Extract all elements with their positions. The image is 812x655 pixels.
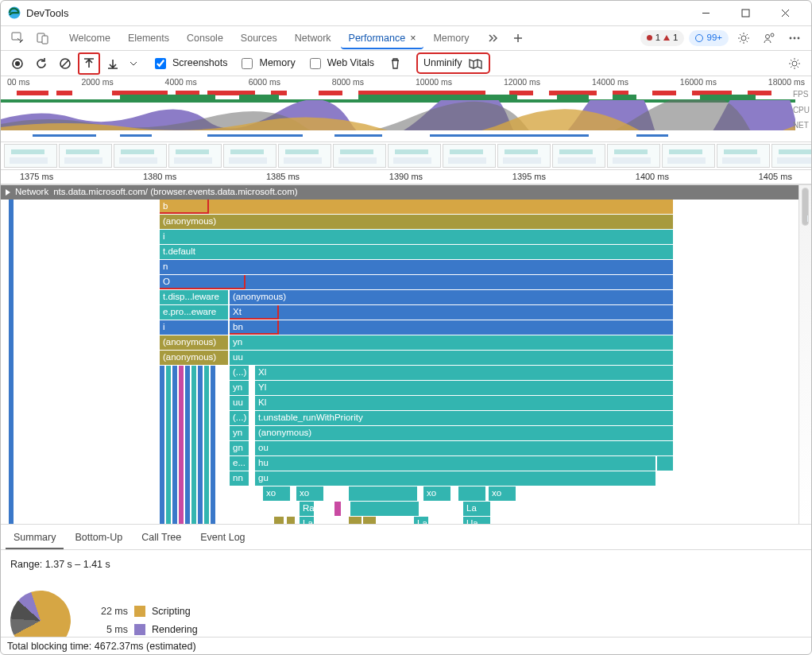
tab-sources[interactable]: Sources [233, 27, 285, 50]
flame-bar[interactable]: La [414, 517, 428, 524]
issues-chip[interactable]: 1 1 [640, 30, 685, 46]
filmstrip-thumbnail[interactable] [333, 144, 386, 168]
flame-bar[interactable]: O [160, 275, 673, 289]
screenshots-checkbox[interactable]: Screenshots [152, 56, 227, 72]
settings-button[interactable] [733, 28, 754, 48]
flame-bar[interactable]: (anonymous) [160, 335, 228, 350]
device-emulation-button[interactable] [33, 28, 53, 48]
flame-bar[interactable] [287, 517, 295, 524]
subtab-summary[interactable]: Summary [6, 526, 64, 549]
save-profile-button[interactable] [102, 53, 123, 74]
flame-bar[interactable]: (...) [230, 366, 249, 380]
flame-bar[interactable]: (anonymous) [160, 215, 673, 229]
filmstrip-thumbnail[interactable] [497, 144, 551, 168]
flame-bar[interactable]: nn [230, 471, 249, 486]
feedback-button[interactable] [759, 28, 779, 48]
flame-bar[interactable]: yn [230, 426, 249, 440]
filmstrip-thumbnail[interactable] [223, 144, 276, 168]
network-lane-header[interactable]: Network nts.data.microsoft.com/ (browser… [1, 185, 798, 200]
add-tab-button[interactable] [508, 28, 528, 48]
filmstrip-thumbnail[interactable] [443, 144, 496, 168]
messages-chip[interactable]: 99+ [689, 30, 729, 46]
flame-bar[interactable]: (anonymous) [160, 351, 228, 365]
flame-bar[interactable] [350, 502, 419, 516]
tab-welcome[interactable]: Welcome [61, 27, 118, 50]
reload-record-button[interactable] [31, 53, 52, 74]
tab-performance[interactable]: Performance× [341, 27, 424, 50]
flame-bar[interactable]: Yl [255, 381, 673, 395]
flame-bar[interactable]: i [160, 230, 673, 244]
flame-bar[interactable]: e... [230, 456, 249, 471]
tab-memory[interactable]: Memory [425, 27, 477, 50]
flame-bar[interactable]: yn [230, 335, 673, 350]
flame-bar[interactable]: gu [255, 471, 655, 486]
inspect-element-button[interactable] [7, 28, 28, 48]
filmstrip-thumbnail[interactable] [717, 144, 770, 168]
tab-network[interactable]: Network [287, 27, 339, 50]
minimize-button[interactable] [689, 2, 722, 24]
flame-bar[interactable]: e.pro...eware [160, 305, 228, 320]
filmstrip-thumbnail[interactable] [607, 144, 660, 168]
filmstrip-thumbnail[interactable] [552, 144, 605, 168]
flame-bar[interactable]: Xt [230, 305, 673, 320]
webvitals-checkbox[interactable]: Web Vitals [307, 56, 374, 72]
filmstrip-thumbnail[interactable] [662, 144, 715, 168]
filmstrip-thumbnail[interactable] [4, 144, 57, 168]
flame-bar[interactable]: hu [255, 456, 655, 471]
filmstrip-thumbnail[interactable] [168, 144, 222, 168]
flame-bar[interactable] [349, 517, 362, 524]
flame-bar[interactable]: ou [255, 441, 673, 455]
flame-bar[interactable]: n [160, 260, 673, 274]
flame-bar[interactable]: t.default [160, 245, 673, 259]
flame-bar[interactable]: bn [230, 320, 673, 335]
flame-bar[interactable]: (anonymous) [255, 426, 673, 440]
tab-elements[interactable]: Elements [120, 27, 177, 50]
flame-bar[interactable] [274, 517, 284, 524]
flame-bar[interactable]: b [160, 200, 673, 214]
subtab-call-tree[interactable]: Call Tree [133, 526, 189, 549]
flame-bar[interactable]: xo [263, 486, 290, 501]
filmstrip-thumbnail[interactable] [114, 144, 167, 168]
overview-pane[interactable]: 00 ms2000 ms4000 ms6000 ms8000 ms10000 m… [1, 76, 811, 185]
flame-bar[interactable] [363, 517, 376, 524]
more-tabs-button[interactable] [482, 28, 503, 48]
more-options-button[interactable] [784, 28, 805, 48]
flame-bar[interactable]: (...) [230, 411, 249, 425]
flame-bar[interactable]: yn [230, 381, 249, 395]
flame-bar[interactable]: Xl [255, 366, 673, 380]
filmstrip-thumbnail[interactable] [771, 144, 811, 168]
unminify-button[interactable]: Unminify [417, 53, 489, 73]
flame-bar[interactable]: Ua [463, 517, 490, 524]
filmstrip-thumbnail[interactable] [59, 144, 112, 168]
maximize-button[interactable] [729, 2, 762, 24]
flame-bar[interactable]: i [160, 320, 228, 335]
flame-bar[interactable]: La [300, 517, 314, 524]
flame-bar[interactable]: xo [489, 486, 516, 501]
close-button[interactable] [768, 2, 802, 24]
flame-bar[interactable]: t.disp...leware [160, 290, 228, 304]
filmstrip[interactable] [1, 141, 811, 170]
flame-bar[interactable]: uu [230, 396, 249, 410]
subtab-bottom-up[interactable]: Bottom-Up [67, 526, 130, 549]
flame-bar[interactable] [334, 502, 341, 516]
garbage-collect-button[interactable] [385, 53, 406, 74]
tab-console[interactable]: Console [179, 27, 231, 50]
flame-bar[interactable] [458, 486, 485, 501]
flame-chart[interactable]: b(anonymous)it.defaultnOt.disp...leware(… [1, 200, 798, 524]
flame-bar[interactable]: La [463, 502, 490, 516]
flame-bar[interactable]: xo [423, 486, 450, 501]
flame-bar[interactable]: uu [230, 351, 673, 365]
filmstrip-thumbnail[interactable] [388, 144, 441, 168]
close-tab-icon[interactable]: × [410, 33, 416, 44]
subtab-event-log[interactable]: Event Log [192, 526, 253, 549]
flame-bar[interactable]: Kl [255, 396, 673, 410]
flame-bar[interactable]: Ra [300, 502, 314, 516]
memory-checkbox[interactable]: Memory [238, 56, 295, 72]
scrollbar-thumb[interactable] [802, 188, 809, 226]
load-profile-button[interactable] [79, 53, 99, 74]
flame-bar[interactable]: (anonymous) [230, 290, 673, 304]
flame-bar[interactable]: gn [230, 441, 249, 455]
flame-bar[interactable] [349, 486, 417, 501]
flame-bar[interactable]: t.unstable_runWithPriority [255, 411, 673, 425]
vertical-scrollbar[interactable] [798, 185, 811, 524]
